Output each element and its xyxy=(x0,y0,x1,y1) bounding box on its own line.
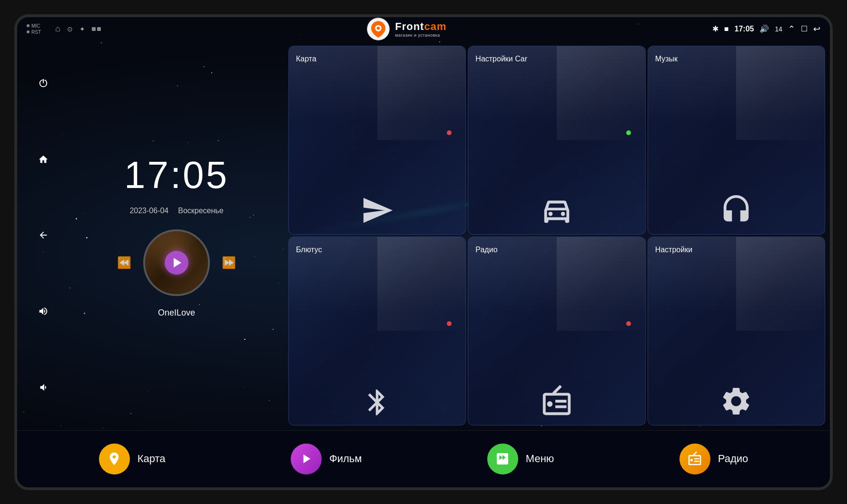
expand-icon: ⌃ xyxy=(788,24,795,34)
svg-point-2 xyxy=(377,27,380,30)
nav-icon-radio xyxy=(680,444,710,474)
app-tile-map-icon xyxy=(361,194,394,227)
home-button[interactable] xyxy=(33,149,54,170)
system-icons: ⌂ ⊙ ✦ xyxy=(55,24,101,34)
nav-item-film[interactable]: Фильм xyxy=(291,444,362,474)
nav-label-radio: Радио xyxy=(718,453,749,465)
tile-dot-red-3 xyxy=(626,321,631,326)
logo-subtitle: магазин и установка xyxy=(395,33,446,38)
day-display: Воскресенье xyxy=(178,207,223,215)
svg-point-4 xyxy=(561,211,565,216)
svg-point-6 xyxy=(690,459,693,461)
usb-icon: ⊙ xyxy=(67,25,73,33)
nav-icon-map xyxy=(99,444,130,474)
power-button[interactable] xyxy=(33,73,54,94)
frontcam-logo: Frontcam магазин и установка xyxy=(366,17,446,41)
tile-dot-red-2 xyxy=(447,321,452,326)
volume-level: 14 xyxy=(775,25,782,33)
home-icon: ⌂ xyxy=(55,24,60,34)
main-content: 17:05 2023-06-04 Воскресенье ⏪ ⏩ OneILov… xyxy=(17,41,830,430)
signal-dots xyxy=(92,27,101,31)
dot-2 xyxy=(97,27,101,31)
sidebar xyxy=(17,41,69,430)
player-controls: ⏪ ⏩ xyxy=(117,229,236,296)
fast-forward-button[interactable]: ⏩ xyxy=(222,256,236,269)
status-left-indicators: MIC RST xyxy=(27,23,41,35)
volume-down-button[interactable] xyxy=(33,377,54,398)
nav-icon-film xyxy=(291,444,322,474)
app-tile-car-settings-icon xyxy=(540,194,573,227)
volume-icon: 🔊 xyxy=(759,24,769,33)
nav-item-radio[interactable]: Радио xyxy=(680,444,749,474)
volume-up-button[interactable] xyxy=(33,301,54,322)
nav-label-menu: Меню xyxy=(526,453,554,465)
app-tile-map[interactable]: Карта xyxy=(288,46,466,235)
app-tile-bluetooth-label: Блютус xyxy=(296,246,322,254)
app-grid: Карта Настройки Car xyxy=(284,41,830,430)
player-area: 17:05 2023-06-04 Воскресенье ⏪ ⏩ OneILov… xyxy=(69,41,284,430)
nav-icon-menu xyxy=(487,444,518,474)
svg-point-5 xyxy=(547,401,553,407)
bluetooth-icon: ✱ xyxy=(712,24,719,33)
rst-label: RST xyxy=(31,30,41,35)
rst-dot xyxy=(27,30,30,33)
logo-text: Frontcam магазин и установка xyxy=(395,20,446,38)
svg-point-3 xyxy=(548,211,552,216)
logo-brand: Frontcam xyxy=(395,20,446,33)
app-tile-radio-icon xyxy=(540,385,573,418)
app-tile-radio-label: Радио xyxy=(475,246,497,254)
window-icon: ☐ xyxy=(801,24,808,33)
album-art xyxy=(143,229,210,296)
nav-label-film: Фильм xyxy=(329,453,362,465)
track-name: OneILove xyxy=(158,308,195,318)
status-time: 17:05 xyxy=(735,25,754,33)
logo-svg-icon xyxy=(366,17,390,41)
logo-front: Front xyxy=(395,20,424,32)
app-tile-music-icon xyxy=(719,194,753,227)
app-tile-settings[interactable]: Настройки xyxy=(648,237,825,425)
logo-area: Frontcam магазин и установка xyxy=(106,17,708,41)
app-tile-car-settings[interactable]: Настройки Car xyxy=(468,46,645,235)
mic-dot xyxy=(27,24,30,27)
app-tile-bluetooth-icon xyxy=(362,387,393,418)
app-tile-radio[interactable]: Радио xyxy=(468,237,645,425)
play-triangle-icon xyxy=(174,258,181,267)
bottom-navigation-bar: Карта Фильм Меню xyxy=(17,430,830,487)
logo-cam: cam xyxy=(424,20,446,32)
dot-1 xyxy=(92,27,96,31)
date-display: 2023-06-04 xyxy=(129,207,168,215)
play-button[interactable] xyxy=(165,251,188,275)
app-tile-settings-icon xyxy=(719,385,753,418)
wifi-icon: ■ xyxy=(724,25,729,33)
clock-display: 17:05 xyxy=(124,153,229,197)
nav-item-map[interactable]: Карта xyxy=(99,444,166,474)
back-arrow-icon: ↩ xyxy=(813,24,820,34)
nav-item-menu[interactable]: Меню xyxy=(487,444,554,474)
app-tile-music-label: Музык xyxy=(655,55,678,63)
status-right: ✱ ■ 17:05 🔊 14 ⌃ ☐ ↩ xyxy=(712,24,820,34)
app-tile-map-label: Карта xyxy=(296,55,316,63)
tile-dot-red xyxy=(447,130,452,135)
status-bar: MIC RST ⌂ ⊙ ✦ xyxy=(17,17,830,41)
mic-indicator: MIC xyxy=(27,23,40,29)
app-tile-car-settings-label: Настройки Car xyxy=(475,55,527,63)
back-button[interactable] xyxy=(33,225,54,246)
app-tile-music[interactable]: Музык xyxy=(648,46,825,235)
mic-label: MIC xyxy=(31,23,40,29)
rst-indicator: RST xyxy=(27,30,41,35)
rewind-button[interactable]: ⏪ xyxy=(117,256,131,269)
app-tile-bluetooth[interactable]: Блютус xyxy=(288,237,466,425)
nav-label-map: Карта xyxy=(138,453,166,465)
car-headunit: MIC RST ⌂ ⊙ ✦ xyxy=(14,14,833,490)
date-row: 2023-06-04 Воскресенье xyxy=(129,207,223,215)
app-tile-settings-label: Настройки xyxy=(655,246,692,254)
tile-dot-green xyxy=(626,130,631,135)
usb-plug-icon: ✦ xyxy=(79,25,85,33)
